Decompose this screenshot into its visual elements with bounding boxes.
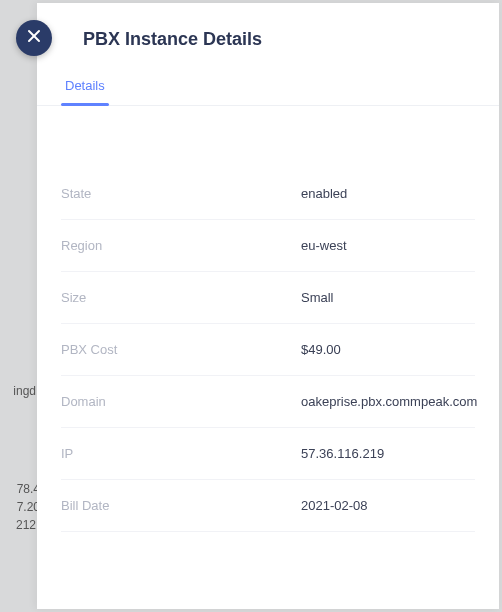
value-size: Small — [301, 290, 334, 305]
value-domain: oakeprise.pbx.commpeak.com — [301, 394, 477, 409]
label-bill-date: Bill Date — [61, 498, 301, 513]
page-title: PBX Instance Details — [37, 3, 499, 68]
details-body: State enabled Region eu-west Size Small … — [37, 106, 499, 532]
tab-details[interactable]: Details — [61, 68, 109, 105]
close-icon — [27, 29, 41, 47]
label-domain: Domain — [61, 394, 301, 409]
row-ip: IP 57.36.116.219 — [61, 428, 475, 480]
tabs: Details — [37, 68, 499, 106]
label-region: Region — [61, 238, 301, 253]
row-bill-date: Bill Date 2021-02-08 — [61, 480, 475, 532]
details-panel: PBX Instance Details Details State enabl… — [37, 3, 499, 609]
value-bill-date: 2021-02-08 — [301, 498, 368, 513]
row-size: Size Small — [61, 272, 475, 324]
label-size: Size — [61, 290, 301, 305]
label-state: State — [61, 186, 301, 201]
value-region: eu-west — [301, 238, 347, 253]
close-button[interactable] — [16, 20, 52, 56]
value-ip: 57.36.116.219 — [301, 446, 384, 461]
value-state: enabled — [301, 186, 347, 201]
row-region: Region eu-west — [61, 220, 475, 272]
row-domain: Domain oakeprise.pbx.commpeak.com — [61, 376, 475, 428]
label-pbx-cost: PBX Cost — [61, 342, 301, 357]
row-state: State enabled — [61, 186, 475, 220]
row-pbx-cost: PBX Cost $49.00 — [61, 324, 475, 376]
value-pbx-cost: $49.00 — [301, 342, 341, 357]
background-partial-content: ingd 78.4 7.20 212 — [0, 0, 40, 612]
label-ip: IP — [61, 446, 301, 461]
